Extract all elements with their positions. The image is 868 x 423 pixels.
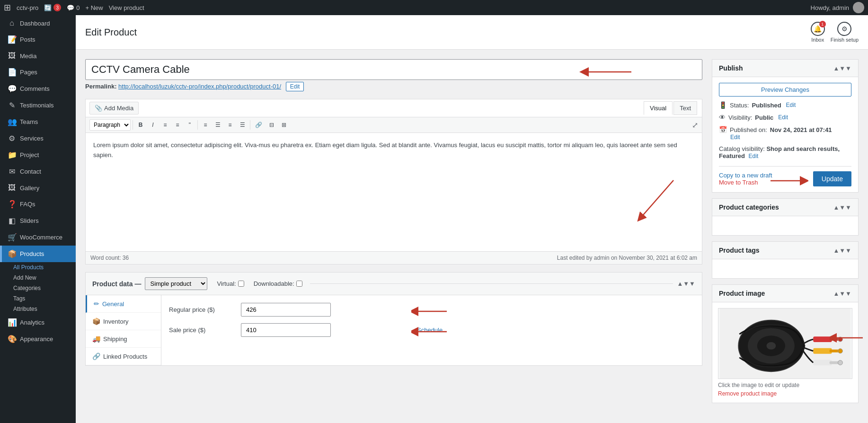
image-box-controls[interactable]: ▲▼▼ [833, 290, 851, 297]
status-edit-link[interactable]: Edit [786, 102, 796, 108]
align-justify-button[interactable]: ☰ [237, 120, 248, 130]
sidebar-item-comments[interactable]: 💬 Comments [0, 80, 76, 97]
align-left-button[interactable]: ≡ [200, 120, 211, 130]
sidebar-item-woocommerce[interactable]: 🛒 WooCommerce [0, 229, 76, 246]
linked-tab-icon: 🔗 [92, 352, 100, 360]
sidebar-sub-all-products[interactable]: All Products [0, 262, 76, 273]
publish-box-controls[interactable]: ▲▼▼ [833, 65, 851, 72]
sidebar-item-faqs[interactable]: ❓ FAQs [0, 196, 76, 212]
link-button[interactable]: 🔗 [252, 120, 265, 130]
sidebar-sub-tags[interactable]: Tags [0, 293, 76, 304]
table-2-button[interactable]: ⊞ [278, 120, 290, 130]
svg-rect-11 [830, 338, 839, 341]
align-right-button[interactable]: ≡ [224, 120, 236, 130]
copy-to-draft-link[interactable]: Copy to a new draft [719, 172, 772, 179]
product-categories-title: Product categories [719, 203, 779, 211]
sidebar-item-services[interactable]: ⚙ Services [0, 130, 76, 147]
site-name[interactable]: cctv-pro [17, 4, 38, 11]
virtual-checkbox[interactable] [238, 281, 244, 287]
sidebar-item-analytics[interactable]: 📊 Analytics [0, 314, 76, 331]
finish-setup-label: Finish setup [831, 37, 859, 43]
general-tab-label: General [102, 300, 124, 308]
paragraph-select[interactable]: Paragraph Heading 1 Heading 2 [89, 119, 131, 131]
sidebar-label-teams: Teams [20, 118, 38, 125]
sidebar-item-teams[interactable]: 👥 Teams [0, 114, 76, 130]
align-center-button[interactable]: ☰ [212, 120, 223, 130]
faqs-icon: ❓ [8, 200, 16, 209]
editor-body[interactable]: Lorem ipsum dolor sit amet, consectetur … [86, 133, 702, 251]
product-tags-title: Product tags [719, 247, 760, 254]
add-media-button[interactable]: 📎 Add Media [89, 102, 139, 115]
regular-price-input[interactable] [241, 303, 331, 317]
editor-format-bar: Paragraph Heading 1 Heading 2 B I ≡ ≡ " … [86, 117, 702, 133]
expand-button[interactable]: ⤢ [692, 121, 698, 130]
comments-sidebar-icon: 💬 [8, 84, 16, 93]
preview-changes-button[interactable]: Preview Changes [719, 83, 851, 97]
product-title-input[interactable]: CCTV Camera Cable [85, 59, 702, 80]
schedule-link[interactable]: Schedule [417, 326, 443, 334]
inbox-icon: 🔔 1 [811, 22, 825, 36]
new-item-button[interactable]: + New [85, 4, 103, 11]
sidebar-item-pages[interactable]: 📄 Pages [0, 64, 76, 80]
product-type-select[interactable]: Simple product Variable product Grouped … [145, 277, 207, 290]
product-image-thumb[interactable] [718, 308, 852, 379]
sidebar-item-appearance[interactable]: 🎨 Appearance [0, 331, 76, 347]
inbox-button[interactable]: 🔔 1 Inbox [811, 22, 825, 43]
product-image-title: Product image [719, 290, 765, 297]
shipping-tab-label: Shipping [103, 335, 127, 343]
sidebar-item-sliders[interactable]: ◧ Sliders [0, 212, 76, 229]
catalog-edit-link[interactable]: Edit [749, 153, 759, 159]
edit-slug-button[interactable]: Edit [286, 82, 304, 91]
unordered-list-button[interactable]: ≡ [159, 120, 171, 130]
wp-logo-icon[interactable]: ⊞ [4, 2, 11, 13]
table-1-button[interactable]: ⊟ [266, 120, 277, 130]
format-separator-2 [197, 120, 198, 130]
update-button[interactable]: Update [813, 171, 851, 186]
updates-icon[interactable]: 🔄 3 [44, 4, 61, 11]
downloadable-checkbox-label: Downloadable: [254, 280, 302, 287]
analytics-icon: 📊 [8, 318, 16, 327]
sidebar-item-products[interactable]: 📦 Products [0, 246, 76, 262]
pd-tab-shipping[interactable]: 🚚 Shipping [86, 330, 161, 348]
tab-text[interactable]: Text [673, 101, 697, 115]
sidebar-item-project[interactable]: 📁 Project [0, 147, 76, 163]
permalink-url[interactable]: http://localhost/luzuk/cctv-pro/index.ph… [118, 83, 281, 90]
sidebar-sub-categories[interactable]: Categories [0, 283, 76, 293]
sidebar-item-contact[interactable]: ✉ Contact [0, 163, 76, 180]
sidebar-label-woocommerce: WooCommerce [20, 234, 62, 241]
sidebar-item-dashboard[interactable]: ⌂ Dashboard [0, 15, 76, 31]
ordered-list-button[interactable]: ≡ [172, 120, 183, 130]
tags-box-controls[interactable]: ▲▼▼ [833, 247, 851, 254]
visibility-edit-link[interactable]: Edit [778, 114, 788, 121]
product-data-collapse[interactable]: ▲▼▼ [677, 280, 695, 287]
remove-product-image-link[interactable]: Remove product image [718, 390, 852, 397]
finish-setup-button[interactable]: ⚙ Finish setup [831, 22, 859, 43]
pd-tab-general[interactable]: ✏ General [86, 295, 161, 313]
sidebar-item-testimonials[interactable]: ✎ Testimonials [0, 97, 76, 114]
virtual-label: Virtual: [217, 280, 236, 287]
blockquote-button[interactable]: " [184, 120, 195, 130]
bold-button[interactable]: B [135, 120, 146, 130]
regular-price-label: Regular price ($) [169, 306, 235, 313]
sidebar-item-gallery[interactable]: 🖼 Gallery [0, 180, 76, 196]
pd-tab-inventory[interactable]: 📦 Inventory [86, 313, 161, 330]
downloadable-checkbox[interactable] [296, 281, 302, 287]
user-menu[interactable]: Howdy, admin [811, 2, 864, 13]
sale-price-input[interactable] [241, 323, 331, 337]
view-product-link[interactable]: View product [109, 4, 144, 11]
sidebar-item-media[interactable]: 🖼 Media [0, 48, 76, 64]
tab-visual[interactable]: Visual [644, 101, 673, 115]
sidebar-sub-attributes[interactable]: Attributes [0, 304, 76, 314]
status-value: Published [752, 102, 781, 109]
pd-tab-linked-products[interactable]: 🔗 Linked Products [86, 348, 161, 365]
product-title-section: CCTV Camera Cable Permalink: http://loca… [85, 59, 702, 91]
posts-icon: 📝 [8, 35, 16, 44]
visibility-label: 👁 Visibility: Public Edit [719, 114, 788, 121]
sidebar-item-posts[interactable]: 📝 Posts [0, 31, 76, 48]
comments-icon[interactable]: 💬 0 [67, 4, 80, 11]
sidebar-sub-add-new[interactable]: Add New [0, 273, 76, 283]
published-edit-link[interactable]: Edit [730, 134, 740, 141]
categories-box-controls[interactable]: ▲▼▼ [833, 204, 851, 211]
italic-button[interactable]: I [147, 120, 159, 130]
move-to-trash-link[interactable]: Move to Trash [719, 179, 758, 186]
